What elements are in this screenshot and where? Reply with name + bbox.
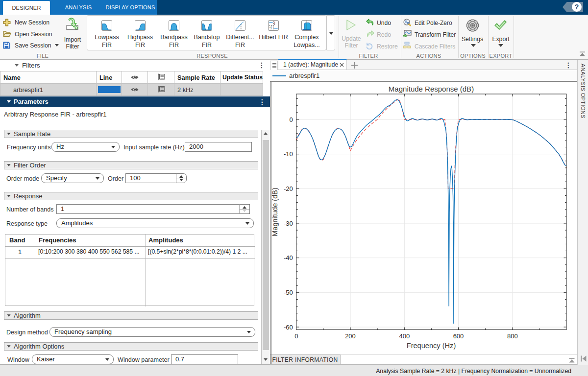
svg-text:-10: -10 (284, 150, 293, 158)
svg-text:-20: -20 (284, 185, 293, 192)
svg-text:-30: -30 (284, 220, 293, 227)
svg-text:Magnitude (dB): Magnitude (dB) (271, 188, 279, 236)
svg-text:-j: -j (270, 25, 272, 29)
svg-text:Magnitude Response (dB): Magnitude Response (dB) (389, 85, 474, 93)
svg-text:0: 0 (294, 332, 298, 340)
svg-text:-50: -50 (284, 289, 293, 296)
svg-text:-40: -40 (284, 254, 293, 261)
svg-text:800: 800 (507, 332, 518, 340)
svg-text:600: 600 (453, 332, 464, 340)
svg-text:0: 0 (290, 116, 293, 123)
svg-text:Frequency (Hz): Frequency (Hz) (407, 342, 456, 350)
svg-text:-60: -60 (284, 324, 293, 331)
svg-text:j: j (274, 21, 275, 25)
svg-text:400: 400 (399, 332, 410, 340)
svg-text:200: 200 (345, 332, 356, 340)
